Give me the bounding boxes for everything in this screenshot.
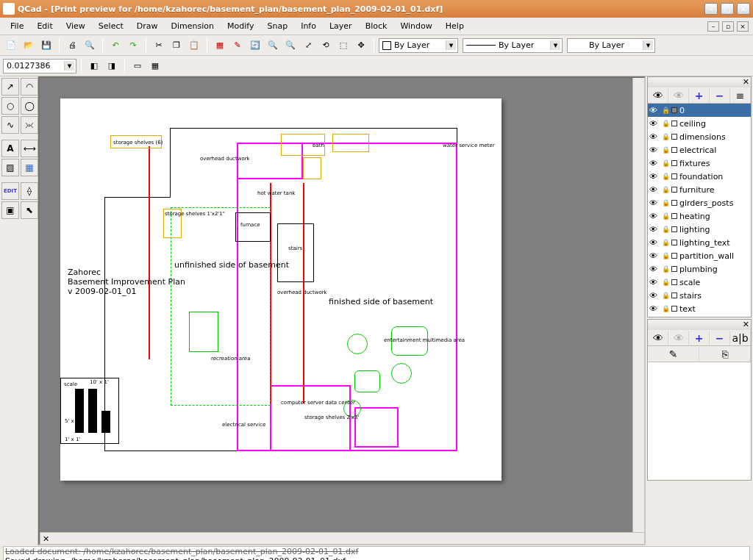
scale-input[interactable]: 0.0127386▾ [3, 59, 76, 73]
draft-icon[interactable]: ✎ [229, 37, 246, 54]
tool-text-icon[interactable]: A [1, 140, 19, 157]
menu-dimension[interactable]: Dimension [165, 20, 220, 32]
mdi-restore-button[interactable]: ▫ [722, 21, 734, 32]
menu-modify[interactable]: Modify [221, 20, 260, 32]
layer-row[interactable]: 👁🔒0 [648, 104, 751, 117]
block-insert-icon[interactable]: ⎘ [699, 347, 751, 362]
layer-edit-icon[interactable]: ≡ [730, 88, 751, 103]
menu-draw[interactable]: Draw [131, 20, 164, 32]
zoom-window-icon[interactable]: ⬚ [335, 37, 351, 54]
layer-row[interactable]: 👁🔒partition_wall [648, 249, 751, 262]
lock-icon[interactable]: 🔒 [662, 159, 669, 167]
block-panel-close-icon[interactable]: ✕ [743, 320, 749, 330]
block-hide-all-icon[interactable]: 👁 [668, 331, 689, 345]
mdi-close-button[interactable]: × [737, 21, 749, 32]
tool-ellipse-icon[interactable]: ◯ [21, 97, 38, 115]
layer-row[interactable]: 👁🔒foundation [648, 170, 751, 183]
zoom-auto-icon[interactable]: ⤢ [300, 37, 316, 54]
tool-block-icon[interactable]: ▣ [1, 201, 19, 219]
lock-icon[interactable]: 🔒 [662, 279, 669, 286]
print-icon[interactable]: 🖨 [64, 37, 80, 54]
tool-hatch-icon[interactable]: ▨ [1, 159, 19, 176]
layer-row[interactable]: 👁🔒dimensions [648, 130, 751, 143]
lock-icon[interactable]: 🔒 [662, 292, 669, 299]
layer-row[interactable]: 👁🔒text [648, 302, 751, 315]
save-file-icon[interactable]: 💾 [38, 37, 54, 54]
print-preview-icon[interactable]: 🔍 [82, 37, 98, 54]
eye-icon[interactable]: 👁 [649, 146, 660, 155]
menu-help[interactable]: Help [440, 20, 470, 32]
block-add-icon[interactable]: + [689, 331, 710, 345]
lock-icon[interactable]: 🔒 [662, 226, 669, 233]
linewidth-combo[interactable]: By Layer▾ [463, 38, 563, 53]
layer-row[interactable]: 👁🔒plumbing [648, 262, 751, 276]
eye-icon[interactable]: 👁 [649, 119, 660, 129]
layer-row[interactable]: 👁🔒fixtures [648, 157, 751, 170]
layer-row[interactable]: 👁🔒heating [648, 209, 751, 223]
eye-icon[interactable]: 👁 [649, 106, 660, 115]
eye-icon[interactable]: 👁 [649, 132, 660, 142]
paste-icon[interactable]: 📋 [186, 37, 202, 54]
undo-icon[interactable]: ↶ [107, 37, 124, 54]
layer-hide-all-icon[interactable]: 👁 [668, 88, 689, 103]
menu-view[interactable]: View [60, 20, 91, 32]
copy-icon[interactable]: ❐ [168, 37, 185, 54]
linetype-combo[interactable]: By Layer▾ [567, 38, 655, 53]
lock-icon[interactable]: 🔒 [662, 305, 669, 312]
menu-file[interactable]: File [4, 20, 29, 32]
tool-dimension-icon[interactable]: ⟷ [21, 140, 38, 157]
layer-row[interactable]: 👁🔒scale [648, 276, 751, 289]
lock-icon[interactable]: 🔒 [662, 133, 669, 140]
eye-icon[interactable]: 👁 [649, 212, 660, 221]
hscroll-handle-icon[interactable]: ✕ [40, 533, 51, 545]
cut-icon[interactable]: ✂ [151, 37, 167, 54]
layer-row[interactable]: 👁🔒lighting_text [648, 236, 751, 249]
block-remove-icon[interactable]: − [710, 331, 730, 345]
zoom-out-icon[interactable]: 🔍 [282, 37, 299, 54]
eye-icon[interactable]: 👁 [649, 172, 660, 182]
layer-show-all-icon[interactable]: 👁 [648, 88, 668, 103]
block-rename-icon[interactable]: a|b [730, 331, 751, 345]
zoom-in-icon[interactable]: 🔍 [265, 37, 281, 54]
color-combo[interactable]: By Layer▾ [379, 38, 458, 53]
layer-row[interactable]: 👁🔒electrical [648, 143, 751, 157]
tool-edit-icon[interactable]: EDIT [1, 182, 19, 200]
horizontal-scrollbar[interactable]: ✕ [40, 532, 644, 544]
open-file-icon[interactable]: 📂 [21, 37, 37, 54]
tool-line-icon[interactable]: ↗ [1, 78, 19, 96]
vertical-scrollbar[interactable] [632, 78, 644, 532]
menu-layer[interactable]: Layer [324, 20, 358, 32]
invert-icon[interactable]: ◨ [104, 58, 120, 74]
tool-circle-icon[interactable]: ○ [1, 97, 19, 115]
tool-measure-icon[interactable]: ⟠ [21, 182, 38, 200]
layer-remove-icon[interactable]: − [710, 88, 730, 103]
block-list[interactable] [648, 362, 751, 480]
eye-icon[interactable]: 👁 [649, 278, 660, 287]
panel-close-icon[interactable]: ✕ [743, 77, 749, 87]
menu-select[interactable]: Select [93, 20, 129, 32]
tool-polyline-icon[interactable]: ⩙ [21, 116, 38, 134]
grid-icon[interactable]: ▦ [212, 37, 228, 54]
layer-list[interactable]: 👁🔒0👁🔒ceiling👁🔒dimensions👁🔒electrical👁🔒fi… [648, 104, 751, 317]
canvas-viewport[interactable]: ZahorecBasement Improvement Planv 2009-0… [40, 78, 644, 532]
eye-icon[interactable]: 👁 [649, 198, 660, 208]
lock-icon[interactable]: 🔒 [662, 265, 669, 273]
layer-row[interactable]: 👁🔒ceiling [648, 117, 751, 130]
eye-icon[interactable]: 👁 [649, 238, 660, 248]
eye-icon[interactable]: 👁 [649, 265, 660, 274]
lock-icon[interactable]: 🔒 [662, 186, 669, 193]
lock-icon[interactable]: 🔒 [662, 212, 669, 220]
tool-image-icon[interactable]: ▦ [21, 159, 38, 176]
tool-spline-icon[interactable]: ∿ [1, 116, 19, 134]
eye-icon[interactable]: 👁 [649, 159, 660, 168]
eye-icon[interactable]: 👁 [649, 251, 660, 261]
menu-edit[interactable]: Edit [31, 20, 58, 32]
fit-page-icon[interactable]: ▦ [147, 58, 163, 74]
maximize-button[interactable]: ▢ [721, 3, 734, 15]
lock-icon[interactable]: 🔒 [662, 199, 669, 207]
eye-icon[interactable]: 👁 [649, 225, 660, 234]
lock-icon[interactable]: 🔒 [662, 120, 669, 127]
lock-icon[interactable]: 🔒 [662, 252, 669, 259]
zoom-previous-icon[interactable]: ⟲ [318, 37, 334, 54]
layer-row[interactable]: 👁🔒furniture [648, 183, 751, 196]
